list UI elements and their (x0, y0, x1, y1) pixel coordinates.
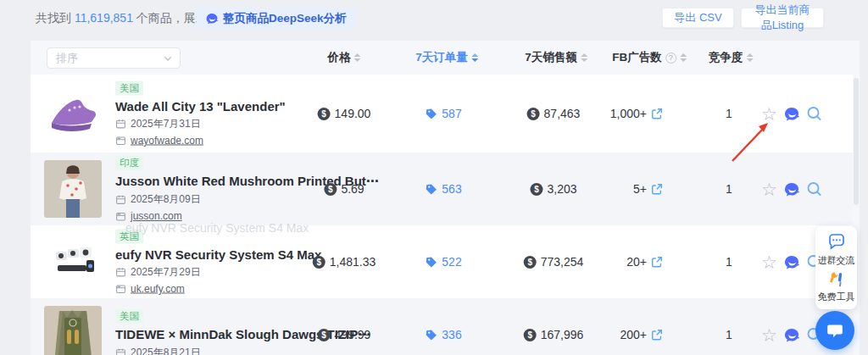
deepseek-action-icon[interactable] (783, 105, 800, 122)
favorite-star-icon[interactable]: ☆ (761, 105, 777, 123)
product-image[interactable] (44, 306, 102, 355)
favorite-star-icon[interactable]: ☆ (761, 253, 777, 271)
product-title[interactable]: eufy NVR Security System S4 Max (115, 247, 327, 262)
deepseek-action-icon[interactable] (783, 326, 800, 343)
sort-placeholder: 排序 (56, 51, 78, 66)
country-badge: 美国 (115, 309, 143, 324)
sort-select[interactable]: 排序 (47, 47, 181, 69)
product-title[interactable]: TIDEWE × MinnDak Slough Dawgs TIZIP⋯ (115, 327, 327, 342)
deepseek-analyze-label: 整页商品DeepSeek分析 (223, 11, 347, 26)
favorite-star-icon[interactable]: ☆ (761, 326, 777, 344)
orders-cell[interactable]: 563 (425, 182, 461, 196)
table-row[interactable]: 英国 eufy NVR Security System S4 Max 2025年… (31, 225, 853, 298)
sort-caret-icon (471, 53, 478, 62)
competition-cell: 1 (726, 182, 732, 196)
browser-icon (115, 135, 126, 146)
favorite-star-icon[interactable]: ☆ (761, 180, 777, 198)
dollar-icon: $ (524, 256, 537, 269)
product-image[interactable] (44, 85, 102, 142)
external-link-icon (651, 183, 663, 195)
price-cell: $149.00 (318, 107, 371, 120)
product-date: 2025年7月31日 (115, 117, 327, 131)
export-csv-button[interactable]: 导出 CSV (662, 8, 734, 28)
price-cell: $1,481.33 (313, 255, 376, 269)
help-icon[interactable]: ? (665, 53, 676, 64)
fb-ads-cell[interactable]: 5+ (633, 182, 663, 196)
column-header-orders[interactable]: 7天订单量 (415, 41, 478, 75)
fb-ads-cell[interactable]: 1,000+ (610, 107, 663, 120)
calendar-icon (115, 194, 126, 205)
topbar: 共找到 11,619,851 个商品，展示 600 个 整页商品DeepSeek… (0, 0, 868, 37)
live-chat-button[interactable] (815, 311, 854, 350)
table-row[interactable]: 美国 Wade All City 13 "Lavender" 2025年7月31… (31, 75, 853, 153)
product-title[interactable]: Jusson White Red Mushroom Printed But⋯ (115, 174, 327, 189)
orders-cell[interactable]: 522 (425, 255, 461, 269)
product-image[interactable] (44, 233, 102, 291)
competition-cell: 1 (726, 107, 732, 120)
site-link[interactable]: uk.eufy.com (131, 283, 185, 295)
dollar-icon: $ (318, 108, 331, 120)
export-listing-button[interactable]: 导出当前商品Listing (741, 8, 824, 28)
deepseek-action-icon[interactable] (783, 180, 800, 197)
price-cell: $499.99 (318, 328, 371, 341)
deepseek-whale-icon (205, 12, 219, 25)
table-header: 排序 价格 7天订单量 7天销售额 FB广告数 ? 竞争度 (31, 41, 853, 75)
search-similar-icon[interactable] (806, 105, 823, 122)
deepseek-analyze-button[interactable]: 整页商品DeepSeek分析 (197, 8, 355, 29)
calendar-icon (115, 119, 126, 130)
tag-icon (425, 183, 437, 196)
tag-icon (425, 329, 437, 341)
column-header-sales[interactable]: 7天销售额 (525, 41, 587, 75)
chat-dots-icon (826, 232, 848, 252)
dollar-icon: $ (527, 108, 540, 120)
orders-cell[interactable]: 336 (425, 328, 461, 341)
dollar-icon: $ (530, 183, 542, 196)
calendar-icon (115, 267, 126, 278)
competition-cell: 1 (726, 328, 732, 341)
site-link[interactable]: wayofwade.com (131, 135, 203, 147)
calendar-icon (115, 347, 126, 355)
sort-caret-icon (354, 53, 361, 62)
product-table: 排序 价格 7天订单量 7天销售额 FB广告数 ? 竞争度 (31, 41, 853, 355)
deepseek-action-icon[interactable] (783, 253, 800, 270)
table-row[interactable]: 美国 TIDEWE × MinnDak Slough Dawgs TIZIP⋯ … (31, 298, 853, 355)
sort-caret-icon (746, 53, 753, 62)
price-cell: $5.69 (324, 182, 364, 196)
site-link[interactable]: jusson.com (131, 210, 182, 222)
external-link-icon (651, 329, 663, 341)
orders-cell[interactable]: 587 (425, 107, 461, 120)
country-badge: 美国 (115, 81, 143, 96)
column-header-competition[interactable]: 竞争度 (709, 41, 754, 75)
group-chat-button[interactable]: 进群交流 (818, 232, 855, 267)
free-tools-button[interactable]: 免费工具 (818, 270, 855, 303)
table-row[interactable]: 印度 Jusson White Red Mushroom Printed But… (31, 153, 853, 225)
country-badge: 印度 (115, 156, 143, 170)
external-link-icon (651, 108, 663, 119)
product-date: 2025年7月29日 (115, 265, 327, 280)
floating-widget: 进群交流 免费工具 (815, 226, 857, 309)
column-header-price[interactable]: 价格 (328, 41, 361, 75)
product-image[interactable] (44, 160, 102, 218)
search-similar-icon[interactable] (806, 180, 823, 197)
fb-ads-cell[interactable]: 20+ (626, 255, 663, 269)
tools-icon (826, 270, 847, 289)
product-date: 2025年8月09日 (115, 192, 327, 207)
sales-cell: $87,463 (527, 107, 581, 120)
fb-ads-cell[interactable]: 200+ (620, 328, 663, 341)
sort-caret-icon (680, 53, 687, 62)
scrollbar-thumb[interactable] (854, 78, 859, 205)
tag-icon (425, 108, 437, 120)
sort-caret-icon (581, 53, 587, 62)
sales-cell: $773,254 (524, 255, 584, 269)
chat-bubble-icon (825, 320, 845, 341)
product-title[interactable]: Wade All City 13 "Lavender" (115, 99, 327, 114)
product-site: wayofwade.com (115, 135, 327, 147)
dollar-icon: $ (313, 256, 326, 269)
sales-cell: $3,203 (530, 182, 576, 196)
column-header-fb-ads[interactable]: FB广告数 ? (612, 41, 687, 75)
chevron-down-icon (163, 53, 173, 64)
dollar-icon: $ (318, 329, 331, 341)
product-site: jusson.com (115, 210, 327, 222)
tag-icon (425, 256, 437, 269)
browser-icon (115, 211, 126, 222)
